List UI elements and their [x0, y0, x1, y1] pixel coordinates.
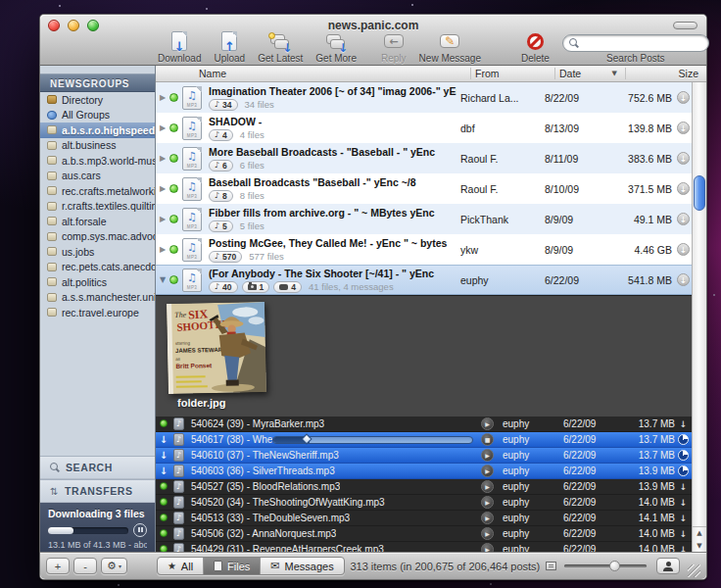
action-menu-button[interactable]: ⚙▾: [101, 558, 127, 574]
newsgroups-section-header[interactable]: NEWSGROUPS: [40, 74, 155, 92]
delete-button[interactable]: Delete: [521, 30, 550, 64]
vertical-scrollbar[interactable]: ▲ ▼: [692, 82, 706, 552]
play-button[interactable]: ▶: [481, 527, 494, 540]
sidebar-item-newsgroup[interactable]: alt.business: [40, 138, 155, 154]
file-row-selected-downloading[interactable]: ↓ ♪ 540603 (36) - SilverThreads.mp3 ▶ eu…: [156, 464, 692, 479]
download-file-icon[interactable]: ↓: [675, 418, 692, 429]
pause-button[interactable]: [133, 523, 147, 537]
table-row[interactable]: ▶ ♫MP3 Fibber fills from archive.org - "…: [156, 204, 692, 234]
sidebar-item-newsgroup[interactable]: comp.sys.mac.advocacy: [40, 229, 155, 245]
file-row[interactable]: ♪ 540624 (39) - MyraBarker.mp3 ▶ euphy 6…: [156, 416, 692, 432]
row-size-small-icon[interactable]: [546, 562, 556, 570]
sidebar-item-newsgroup[interactable]: a.b.s.mp3.world-music: [40, 153, 155, 169]
download-file-icon[interactable]: ↓: [675, 513, 692, 523]
user-button[interactable]: [656, 558, 680, 574]
column-header-size[interactable]: Size: [625, 68, 706, 79]
download-post-button[interactable]: ↓: [677, 243, 690, 256]
slider-knob[interactable]: [609, 561, 620, 571]
segment-all[interactable]: ★All: [158, 558, 203, 574]
upload-button[interactable]: ↑ Upload: [214, 30, 245, 64]
row-size-slider[interactable]: [564, 564, 647, 567]
column-header-from[interactable]: From: [470, 68, 554, 79]
table-row[interactable]: ▶ ♫MP3 Baseball Broadcasts "Baseball -" …: [156, 173, 692, 204]
sidebar-item-newsgroup[interactable]: rec.travel.europe: [40, 305, 155, 320]
sidebar-item-newsgroup[interactable]: rec.pets.cats.anecdotes: [40, 260, 155, 275]
get-latest-button[interactable]: ↓ Get Latest: [258, 32, 303, 64]
toolbar-toggle-pill[interactable]: [673, 22, 697, 29]
table-row[interactable]: ▶ ♫MP3 Imagination Theater 2006 [~ of 34…: [156, 82, 692, 113]
content-area: NEWSGROUPS Directory All Groups a.b.s.r.…: [40, 66, 706, 552]
segment-files-selected[interactable]: Files: [203, 558, 260, 574]
file-row[interactable]: ♪ 540429 (31) - RevengeAtHarpersCreek.mp…: [156, 542, 692, 552]
sidebar-item-newsgroup-selected[interactable]: a.b.s.r.o.highspeed: [40, 122, 155, 138]
table-row[interactable]: ▶ ♫MP3 More Baseball Broadcasts - "Baseb…: [156, 143, 692, 173]
sidebar-item-newsgroup[interactable]: us.jobs: [40, 244, 155, 260]
column-header-date[interactable]: Date▼: [554, 68, 625, 79]
disclosure-triangle-icon[interactable]: ▶: [156, 154, 169, 163]
scroll-up-button[interactable]: ▲: [693, 527, 706, 540]
date-cell: 8/22/09: [541, 92, 611, 104]
play-button[interactable]: ▶: [481, 512, 494, 524]
sidebar-item-newsgroup[interactable]: alt.forsale: [40, 214, 155, 229]
search-input[interactable]: [579, 37, 697, 49]
play-button[interactable]: ▶: [481, 417, 494, 430]
file-row[interactable]: ♪ 540506 (32) - AnnaNorquest.mp3 ▶ euphy…: [156, 526, 692, 542]
download-post-button[interactable]: ↓: [677, 273, 690, 286]
stop-button[interactable]: ■: [481, 433, 494, 446]
download-post-button[interactable]: ↓: [677, 213, 690, 225]
sidebar-item-newsgroup[interactable]: rec.crafts.metalworking: [40, 183, 155, 199]
play-button[interactable]: ▶: [481, 496, 494, 509]
window-titlebar[interactable]: news.panic.com: [40, 15, 706, 35]
file-row-selected-downloading[interactable]: ↓ ♪ 540610 (37) - TheNewSheriff.mp3 ▶ eu…: [156, 448, 692, 464]
download-post-button[interactable]: ↓: [677, 91, 690, 104]
sidebar-item-newsgroup[interactable]: a.s.s.manchester.united: [40, 290, 155, 306]
add-button[interactable]: +: [46, 558, 70, 574]
file-row[interactable]: ♪ 540527 (35) - BloodRelations.mp3 ▶ eup…: [156, 479, 692, 495]
scrollbar-thumb[interactable]: [694, 175, 705, 211]
scroll-down-button[interactable]: ▼: [693, 540, 706, 553]
file-row-selected-downloading[interactable]: ↓ ♪ 540617 (38) - WhenTheShoeDoesn'tFit.…: [156, 432, 692, 448]
sidebar-item-directory[interactable]: Directory: [40, 92, 155, 108]
get-more-button[interactable]: ↓ Get More: [315, 32, 357, 64]
download-file-icon[interactable]: ↓: [675, 497, 692, 508]
download-post-button[interactable]: ↓: [677, 122, 690, 134]
sidebar-item-newsgroup[interactable]: alt.politics: [40, 274, 155, 290]
transfers-section-header[interactable]: ⇅TRANSFERS: [40, 479, 155, 503]
table-row[interactable]: ▶ ♫MP3 SHADOW - ♪44 files dbf 8/13/09 13…: [156, 113, 692, 143]
search-section-header[interactable]: SEARCH: [40, 456, 155, 479]
disclosure-triangle-icon[interactable]: ▶: [156, 215, 169, 223]
disclosure-triangle-icon[interactable]: ▶: [156, 93, 169, 102]
disclosure-triangle-icon[interactable]: ▶: [156, 245, 169, 254]
segment-messages[interactable]: ✉Messages: [260, 558, 343, 574]
search-field[interactable]: [562, 34, 709, 52]
column-header-name[interactable]: Name: [156, 68, 470, 79]
date-cell: 8/10/09: [541, 183, 611, 195]
play-button[interactable]: ▶: [481, 449, 494, 462]
download-button[interactable]: ↓ Download: [158, 30, 201, 64]
disclosure-triangle-icon[interactable]: ▶: [156, 184, 169, 193]
reply-button[interactable]: ← Reply: [381, 30, 407, 64]
resize-grip[interactable]: [688, 564, 700, 577]
download-post-button[interactable]: ↓: [677, 182, 690, 195]
download-post-button[interactable]: ↓: [677, 152, 690, 165]
disclosure-triangle-icon[interactable]: ▶: [156, 123, 169, 132]
sidebar-item-newsgroup[interactable]: aus.cars: [40, 169, 155, 184]
file-row[interactable]: ♪ 540513 (33) - TheDoubleSeven.mp3 ▶ eup…: [156, 511, 692, 526]
download-file-icon[interactable]: ↓: [675, 544, 692, 552]
new-message-button[interactable]: ✎ New Message: [419, 30, 481, 64]
remove-button[interactable]: -: [73, 558, 97, 574]
sidebar-item-newsgroup[interactable]: r.crafts.textiles.quilting: [40, 199, 155, 215]
play-button[interactable]: ▶: [481, 543, 494, 552]
table-row-selected-expanded[interactable]: ▼ ♫MP3 (For Anybody - The Six Shooter [~…: [156, 265, 692, 295]
play-button[interactable]: ▶: [481, 465, 494, 477]
file-row[interactable]: ♪ 540520 (34) - TheShootingOfWyattKing.m…: [156, 495, 692, 511]
download-progress-slider[interactable]: [272, 436, 473, 444]
table-row[interactable]: ▶ ♫MP3 Posting McGee, They Called Me! - …: [156, 234, 692, 265]
play-button[interactable]: ▶: [481, 480, 494, 493]
date-cell: 6/22/09: [541, 274, 611, 286]
download-file-icon[interactable]: ↓: [675, 528, 692, 539]
download-file-icon[interactable]: ↓: [675, 481, 692, 492]
disclosure-triangle-icon[interactable]: ▼: [156, 275, 169, 284]
preview-thumbnail-folder-jpg[interactable]: The SIX SHOOTER starring JAMES STEWART a…: [167, 302, 266, 394]
sidebar-item-all-groups[interactable]: All Groups: [40, 108, 155, 123]
